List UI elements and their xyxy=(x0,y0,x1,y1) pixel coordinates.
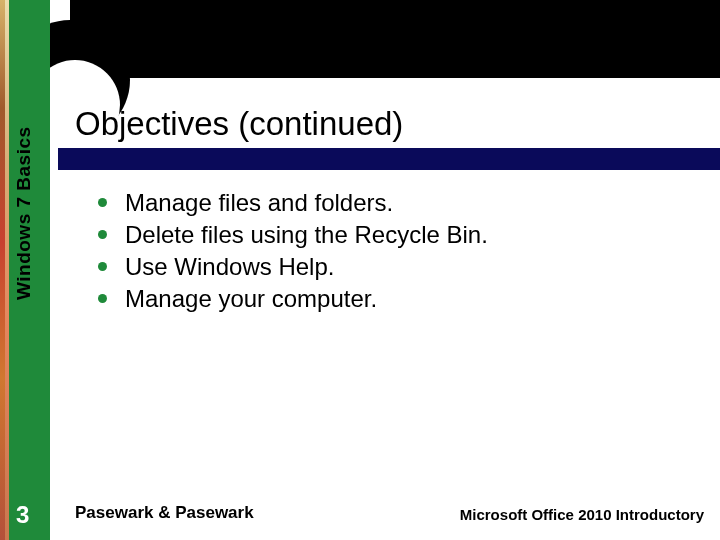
bullet-icon xyxy=(98,294,107,303)
bullet-text: Manage files and folders. xyxy=(125,188,393,218)
bullet-icon xyxy=(98,198,107,207)
header-dark-shape xyxy=(70,0,720,78)
bullet-text: Use Windows Help. xyxy=(125,252,334,282)
list-item: Use Windows Help. xyxy=(98,252,668,282)
bullet-text: Manage your computer. xyxy=(125,284,377,314)
list-item: Manage your computer. xyxy=(98,284,668,314)
bullet-icon xyxy=(98,262,107,271)
footer-right: Microsoft Office 2010 Introductory xyxy=(460,506,704,523)
list-item: Manage files and folders. xyxy=(98,188,668,218)
bullet-list: Manage files and folders. Delete files u… xyxy=(98,188,668,316)
page-number: 3 xyxy=(16,501,29,529)
bullet-text: Delete files using the Recycle Bin. xyxy=(125,220,488,250)
slide: Windows 7 Basics 3 Objectives (continued… xyxy=(0,0,720,540)
list-item: Delete files using the Recycle Bin. xyxy=(98,220,668,250)
footer-left: Pasewark & Pasewark xyxy=(75,503,254,523)
sidebar-label: Windows 7 Basics xyxy=(13,126,35,300)
title-underline xyxy=(58,148,720,170)
bullet-icon xyxy=(98,230,107,239)
page-title: Objectives (continued) xyxy=(75,105,403,143)
